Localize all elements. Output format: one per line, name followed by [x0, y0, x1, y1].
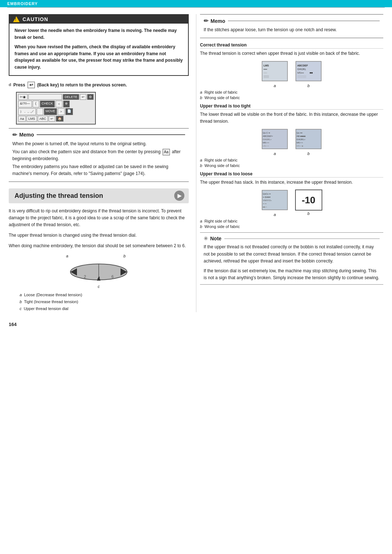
- correct-a-letter: a: [200, 90, 202, 94]
- right-column: ✏ Memo If the stitches appear loose, tur…: [196, 14, 383, 312]
- sc7: (: [33, 101, 39, 107]
- too-tight-fabric-a: Qo C ▪▪ ABCDEF= GHIJKL+ MN ▪ ▪ UN ▪ ▪ a: [261, 129, 289, 156]
- top-bar: EMBROIDERY: [0, 0, 392, 7]
- sc9: ＜: [56, 101, 62, 107]
- svg-text:Qo C ▪▪: Qo C ▪▪: [263, 132, 270, 134]
- top-bar-label: EMBROIDERY: [7, 1, 38, 6]
- caution-header: CAUTION: [9, 15, 188, 24]
- legend-row-a: a Loose (Decrease thread tension): [20, 292, 189, 298]
- correct-b-row: b Wrong side of fabric: [200, 95, 383, 100]
- too-loose-fabric-b: -10 b: [295, 190, 322, 217]
- svg-text:■■ ▪: ■■ ▪: [263, 206, 267, 208]
- legend-row-c: c Upper thread tension dial: [20, 305, 189, 312]
- memo-right-title: Memo: [211, 18, 225, 24]
- sc20: 🏠: [56, 116, 64, 122]
- screen-mock: ✄◉ DELETE ↩ ⚙ &!?!!— ( CHECK ＜ ⊕ ）．，.／ M…: [16, 92, 96, 125]
- too-loose-a-label: a: [261, 212, 289, 217]
- caution-text: Never lower the needle when the embroide…: [15, 27, 183, 71]
- sc12: [37, 108, 43, 115]
- legend-a-text: Loose (Decrease thread tension): [24, 292, 82, 298]
- too-tight-a-letter: a: [200, 158, 202, 162]
- sc19: ↩: [49, 116, 55, 122]
- dial-b-label: b: [123, 254, 126, 258]
- svg-text:MN▪▪▪: MN▪▪▪: [297, 72, 304, 74]
- correct-wrong-label: Wrong side of fabric: [204, 95, 240, 100]
- svg-text:░░░: ░░░: [264, 75, 269, 78]
- note-header: ✳ Note: [204, 236, 380, 241]
- note-header-line: [224, 239, 380, 239]
- svg-text:▫▫▫▫: ▫▫▫▫: [264, 72, 267, 74]
- note-icon: ✳: [204, 236, 208, 241]
- svg-text:AB ■■■■: AB ■■■■: [297, 135, 306, 137]
- note-text2: If the tension dial is set extremely low…: [204, 268, 380, 281]
- correct-b-label: b: [295, 83, 322, 88]
- legend-c-letter: c: [20, 305, 22, 312]
- too-tight-fabric-a-svg: Qo C ▪▪ ABCDEF= GHIJKL+ MN ▪ ▪ UN ▪ ▪: [261, 129, 289, 150]
- body-text2: The upper thread tension is changed usin…: [9, 232, 189, 239]
- sc15: 📄: [65, 108, 73, 115]
- memo-right-box: ✏ Memo If the stitches appear loose, tur…: [200, 14, 383, 38]
- correct-fabric-a: LMS ▪▪▪▪ ▫▫▫▫ ░░░ a: [261, 61, 289, 88]
- too-loose-a-row: a Right side of fabric: [200, 219, 383, 223]
- body-text1: It is very difficult to rip out embroide…: [9, 208, 189, 229]
- sc11: ）．，.／: [18, 108, 36, 115]
- page-number: 164: [0, 319, 392, 330]
- svg-text:MN ▪ ■: MN ▪ ■: [297, 145, 303, 147]
- press-instruction: d Press ↩ (Back key) to return to the pr…: [9, 82, 189, 88]
- svg-text:UN ▪ ▪: UN ▪ ▪: [263, 145, 269, 147]
- too-tight-b-label: b: [295, 151, 322, 156]
- svg-text:VWXYZ+: VWXYZ+: [263, 199, 272, 201]
- too-tight-right-label: Right side of fabric: [204, 158, 237, 162]
- too-loose-fabric-a: QoCo ▪▪ ▪▪ G▪H▪I VWXYZ+ ▪▪ ▪▪ ■■ ▪ a: [261, 190, 289, 217]
- caution-text1: Never lower the needle when the embroide…: [15, 27, 183, 41]
- svg-text:GHIJKL+: GHIJKL+: [297, 138, 306, 140]
- back-key-box: ↩: [28, 82, 35, 88]
- number-display-box: -10: [295, 190, 322, 211]
- note-box: ✳ Note If the upper thread is not thread…: [200, 232, 383, 285]
- sc18: ABC: [38, 116, 48, 122]
- too-loose-b-label: b: [295, 211, 322, 216]
- note-text1: If the upper thread is not threaded corr…: [204, 244, 380, 265]
- memo-right-header: ✏ Memo: [204, 17, 380, 24]
- dial-a-label: a: [66, 254, 68, 258]
- caution-box: CAUTION Never lower the needle when the …: [9, 14, 189, 76]
- correct-tension-diagrams: LMS ▪▪▪▪ ▫▫▫▫ ░░░ a ABCDEF GHIJKL MN▪▪▪ …: [200, 61, 383, 88]
- correct-b-letter: b: [200, 95, 202, 100]
- too-loose-text: The upper thread has slack. In this inst…: [200, 179, 383, 186]
- caution-text2: When you have revised the pattern, check…: [15, 44, 183, 70]
- svg-text:▪▪ G▪H▪I: ▪▪ G▪H▪I: [263, 196, 270, 198]
- svg-text:▪▪ ▪▪: ▪▪ ▪▪: [263, 203, 266, 205]
- too-tight-a-row: a Right side of fabric: [200, 158, 383, 162]
- correct-a-label: a: [261, 83, 289, 88]
- dial-diagram: a b 2 4 6 c: [62, 254, 135, 289]
- correct-fabric-b: ABCDEF GHIJKL MN▪▪▪ ■■ ░░░░░ b: [295, 61, 322, 88]
- legend-b-text: Tight (Increase thread tension): [24, 298, 78, 305]
- too-loose-a-letter: a: [200, 219, 202, 223]
- sc16: Aa: [18, 116, 26, 122]
- memo-left-title: Memo: [19, 132, 34, 138]
- too-loose-b-row: b Wrong side of fabric: [200, 224, 383, 229]
- dial-c-label: c: [62, 284, 135, 289]
- too-tight-diagrams: Qo C ▪▪ ABCDEF= GHIJKL+ MN ▪ ▪ UN ▪ ▪ a …: [200, 129, 383, 156]
- caution-triangle-icon: [13, 16, 20, 22]
- sc6: &!?!!—: [18, 101, 32, 107]
- memo-right-text: If the stitches appear loose, turn the t…: [204, 27, 380, 33]
- sc1: ✄◉: [18, 94, 28, 100]
- too-loose-fabric-a-svg: QoCo ▪▪ ▪▪ G▪H▪I VWXYZ+ ▪▪ ▪▪ ■■ ▪: [261, 190, 289, 211]
- too-loose-section: Upper thread is too loose The upper thre…: [200, 171, 383, 229]
- svg-text:MN ▪ ▪: MN ▪ ▪: [263, 142, 269, 144]
- sc3: DELETE: [63, 94, 79, 100]
- svg-text:LMS: LMS: [264, 64, 269, 67]
- number-display: -10: [302, 195, 315, 206]
- svg-text:GHIJKL: GHIJKL: [297, 68, 306, 70]
- too-loose-heading: Upper thread is too loose: [200, 171, 383, 178]
- correct-tension-heading: Correct thread tension: [200, 42, 383, 49]
- memo-text3: The embroidery patterns you have edited …: [12, 163, 185, 177]
- too-tight-fabric-b-svg: Qo ▪▪▪ AB ■■■■ GHIJKL+ MN ▪ ▪ MN ▪ ■: [295, 129, 322, 150]
- sc17: LMS: [26, 116, 37, 122]
- svg-text:▪▪▪▪: ▪▪▪▪: [264, 68, 267, 70]
- press-text2: (Back key) to return to the previous scr…: [37, 82, 127, 87]
- section-title: Adjusting the thread tension: [15, 192, 103, 200]
- svg-text:ABCDEF=: ABCDEF=: [263, 135, 273, 137]
- legend-b-letter: b: [20, 298, 22, 305]
